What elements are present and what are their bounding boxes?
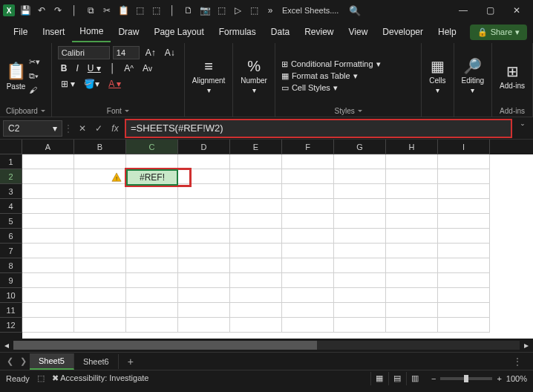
zoom-level[interactable]: 100%	[506, 374, 527, 383]
search-icon[interactable]: 🔍	[349, 5, 361, 16]
cell-D12[interactable]	[178, 318, 230, 333]
cell-D11[interactable]	[178, 303, 230, 318]
zoom-slider-knob[interactable]	[464, 375, 468, 382]
scroll-thumb[interactable]	[13, 341, 317, 350]
cell-H10[interactable]	[386, 288, 438, 303]
cell-G12[interactable]	[334, 318, 386, 333]
cell-D8[interactable]	[178, 258, 230, 273]
sheet-tab-sheet6[interactable]: Sheet6	[74, 354, 119, 369]
cell-I4[interactable]	[438, 199, 490, 214]
font-name-select[interactable]: Calibri	[58, 46, 110, 59]
cut-icon[interactable]: ✂	[101, 4, 113, 16]
qat-more-icon[interactable]: »	[264, 4, 276, 16]
tab-help[interactable]: Help	[431, 22, 464, 42]
cut-button[interactable]: ✂▾	[29, 56, 42, 68]
col-header-D[interactable]: D	[178, 140, 230, 154]
col-header-A[interactable]: A	[22, 140, 74, 154]
paste-qat-icon[interactable]: 📋	[117, 4, 129, 16]
cell-I9[interactable]	[438, 273, 490, 288]
cell-B8[interactable]	[74, 258, 126, 273]
cell-B4[interactable]	[74, 199, 126, 214]
tab-home[interactable]: Home	[72, 22, 111, 42]
cell-C6[interactable]	[126, 229, 178, 244]
qat-icon-2[interactable]: ⬚	[150, 4, 162, 16]
cell-A11[interactable]	[22, 303, 74, 318]
cell-C10[interactable]	[126, 288, 178, 303]
row-header-11[interactable]: 11	[0, 303, 22, 318]
cell-E7[interactable]	[230, 244, 282, 258]
cell-I6[interactable]	[438, 229, 490, 244]
qat-icon-5[interactable]: ⬚	[215, 4, 227, 16]
fx-button[interactable]: fx	[107, 120, 123, 137]
cell-I1[interactable]	[438, 154, 490, 169]
macro-record-icon[interactable]: ⬚	[37, 373, 45, 383]
cell-C4[interactable]	[126, 199, 178, 214]
cell-B1[interactable]	[74, 154, 126, 169]
tab-review[interactable]: Review	[297, 22, 341, 42]
add-sheet-button[interactable]: +	[123, 356, 138, 368]
cell-A9[interactable]	[22, 273, 74, 288]
cell-B10[interactable]	[74, 288, 126, 303]
cell-G6[interactable]	[334, 229, 386, 244]
cell-D4[interactable]	[178, 199, 230, 214]
tab-file[interactable]: File	[6, 22, 35, 42]
cell-I10[interactable]	[438, 288, 490, 303]
tab-page-layout[interactable]: Page Layout	[146, 22, 211, 42]
qat-icon-3[interactable]: 🗋	[183, 4, 194, 16]
cell-A6[interactable]	[22, 229, 74, 244]
tab-draw[interactable]: Draw	[111, 22, 146, 42]
cell-C7[interactable]	[126, 244, 178, 258]
cell-D6[interactable]	[178, 229, 230, 244]
cell-H1[interactable]	[386, 154, 438, 169]
accessibility-button[interactable]: ✖ Accessibility: Investigate	[52, 373, 149, 383]
cell-F6[interactable]	[282, 229, 334, 244]
cell-E6[interactable]	[230, 229, 282, 244]
cell-G11[interactable]	[334, 303, 386, 318]
font-size-select[interactable]: 14	[113, 46, 140, 59]
cell-I7[interactable]	[438, 244, 490, 258]
cell-E4[interactable]	[230, 199, 282, 214]
error-warning-icon[interactable]: !	[111, 172, 122, 183]
cell-I5[interactable]	[438, 214, 490, 229]
save-icon[interactable]: 💾	[19, 4, 31, 16]
cell-F10[interactable]	[282, 288, 334, 303]
paste-button[interactable]: 📋 Paste	[6, 62, 26, 91]
bold-button[interactable]: B	[58, 62, 71, 75]
col-header-C[interactable]: C	[126, 140, 178, 154]
cell-D5[interactable]	[178, 214, 230, 229]
shrink-font-icon[interactable]: Av	[140, 62, 155, 75]
cell-D10[interactable]	[178, 288, 230, 303]
tab-formulas[interactable]: Formulas	[212, 22, 264, 42]
row-header-2[interactable]: 2	[0, 169, 22, 184]
cell-H5[interactable]	[386, 214, 438, 229]
sheet-tab-sheet5[interactable]: Sheet5	[30, 353, 74, 370]
cell-H3[interactable]	[386, 184, 438, 199]
select-all-corner[interactable]	[0, 140, 22, 154]
spreadsheet-grid[interactable]: ABCDEFGHI 123456789101112 #REF! !	[0, 140, 533, 339]
undo-icon[interactable]: ↶	[36, 4, 48, 16]
addins-button[interactable]: ⊞ Add-ins	[498, 62, 526, 90]
cell-styles-button[interactable]: ▭ Cell Styles ▾	[281, 83, 381, 93]
cell-C11[interactable]	[126, 303, 178, 318]
tab-view[interactable]: View	[341, 22, 376, 42]
cell-H8[interactable]	[386, 258, 438, 273]
cell-D7[interactable]	[178, 244, 230, 258]
underline-button[interactable]: U ▾	[85, 62, 104, 75]
cell-E8[interactable]	[230, 258, 282, 273]
cell-E9[interactable]	[230, 273, 282, 288]
enter-formula-button[interactable]: ✓	[91, 120, 107, 137]
cell-F4[interactable]	[282, 199, 334, 214]
cell-G2[interactable]	[334, 169, 386, 184]
cell-E3[interactable]	[230, 184, 282, 199]
row-header-7[interactable]: 7	[0, 244, 22, 258]
cell-A8[interactable]	[22, 258, 74, 273]
cell-B5[interactable]	[74, 214, 126, 229]
row-header-6[interactable]: 6	[0, 229, 22, 244]
cell-H6[interactable]	[386, 229, 438, 244]
cell-C9[interactable]	[126, 273, 178, 288]
cell-G10[interactable]	[334, 288, 386, 303]
cell-E12[interactable]	[230, 318, 282, 333]
cell-F11[interactable]	[282, 303, 334, 318]
col-header-G[interactable]: G	[334, 140, 386, 154]
conditional-formatting-button[interactable]: ⊞ Conditional Formatting ▾	[281, 59, 381, 69]
